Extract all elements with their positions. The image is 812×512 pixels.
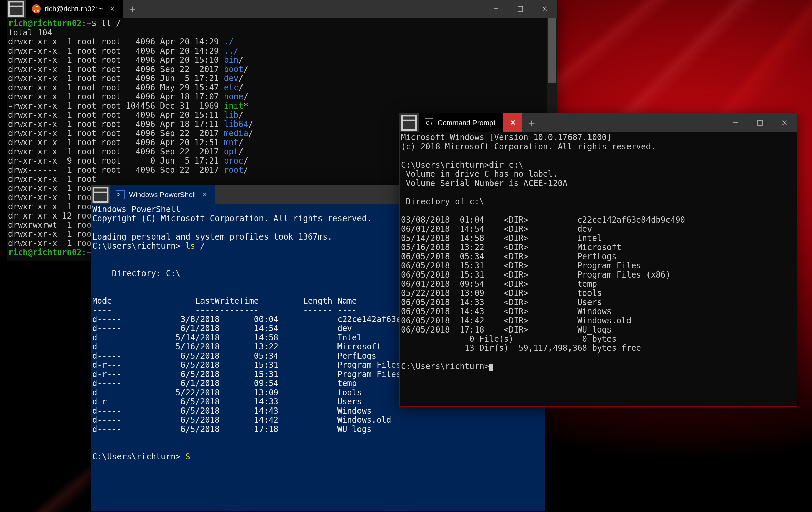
close-tab-icon[interactable]: ✕ — [503, 113, 522, 132]
close-tab-icon[interactable]: ✕ — [200, 190, 209, 200]
close-button[interactable] — [533, 0, 557, 18]
cmd-terminal-body[interactable]: Microsoft Windows [Version 10.0.17687.10… — [400, 132, 797, 406]
window-menu-icon[interactable] — [91, 185, 110, 204]
cmd-tab-title: Command Prompt — [438, 119, 495, 127]
ps-tab-title: Windows PowerShell — [129, 191, 196, 199]
new-tab-button[interactable]: ＋ — [522, 113, 541, 132]
window-menu-icon[interactable] — [7, 0, 26, 18]
minimize-button[interactable] — [484, 0, 508, 18]
svg-rect-1 — [518, 6, 523, 11]
ubuntu-icon — [32, 4, 41, 13]
ps-tab[interactable]: >_ Windows PowerShell ✕ — [110, 185, 215, 204]
cmd-window: C:\ Command Prompt ✕ ＋ Microsoft Windows… — [399, 113, 797, 407]
window-menu-icon[interactable] — [400, 113, 419, 132]
minimize-button[interactable] — [723, 113, 748, 132]
cmd-icon: C:\ — [425, 118, 433, 127]
ubuntu-tab[interactable]: rich@richturn02: ~ ✕ — [26, 0, 123, 18]
close-button[interactable] — [772, 113, 797, 132]
cmd-tab[interactable]: C:\ Command Prompt — [419, 113, 503, 132]
svg-rect-4 — [402, 116, 416, 130]
close-tab-icon[interactable]: ✕ — [107, 4, 117, 14]
new-tab-button[interactable]: ＋ — [123, 0, 142, 18]
powershell-icon: >_ — [116, 190, 125, 199]
cmd-titlebar[interactable]: C:\ Command Prompt ✕ ＋ — [400, 113, 797, 132]
svg-rect-0 — [9, 2, 23, 16]
svg-rect-2 — [93, 188, 108, 202]
ubuntu-titlebar[interactable]: rich@richturn02: ~ ✕ ＋ — [7, 0, 557, 18]
scrollbar-thumb[interactable] — [548, 18, 556, 83]
new-tab-button[interactable]: ＋ — [215, 185, 234, 204]
svg-rect-5 — [758, 120, 762, 125]
maximize-button[interactable] — [748, 113, 772, 132]
ubuntu-tab-title: rich@richturn02: ~ — [45, 5, 103, 13]
maximize-button[interactable] — [508, 0, 533, 18]
